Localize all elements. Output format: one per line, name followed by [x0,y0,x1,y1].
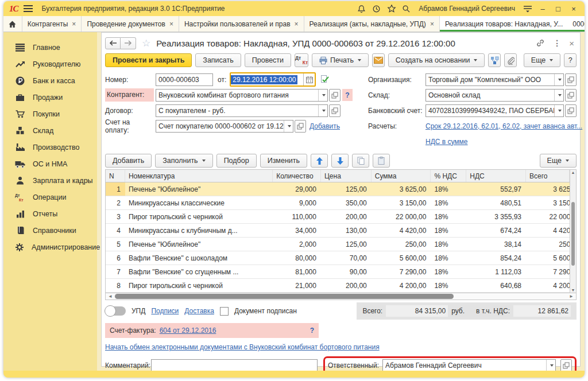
dropdown-icon[interactable] [318,105,327,116]
cell-qty[interactable]: 2,000 [273,238,321,251]
cell-name[interactable]: Печенье "Юбилейное" [125,238,273,251]
close-form-icon[interactable]: × [569,38,574,48]
post-and-close-button[interactable]: Провести и закрыть [105,53,192,67]
organization-open-button[interactable] [565,73,577,86]
history-icon[interactable] [372,4,381,14]
cell-n[interactable]: 8 [106,279,125,292]
dropdown-icon[interactable] [554,105,563,116]
contract-field[interactable]: С покупателем - руб. [156,104,328,117]
more-button[interactable]: Еще [524,53,560,67]
notifications-bell-icon[interactable] [357,4,366,14]
cell-total[interactable]: 4 420,00 [526,224,570,237]
cell-price[interactable]: 70,00 [321,251,372,265]
dropdown-icon[interactable] [554,74,563,85]
tab-document-posting[interactable]: Проведение документов× [82,16,179,32]
date-field[interactable]: 29.12.2016 12:00:00 [231,73,303,85]
contractor-open-button[interactable] [329,89,341,102]
upd-toggle[interactable] [105,306,126,316]
cell-price[interactable]: 200,00 [321,210,372,223]
move-down-button[interactable] [331,154,349,168]
favorite-star-icon[interactable]: ☆ [142,37,150,49]
minimize-button[interactable]: – [537,5,548,13]
column-header-vat[interactable]: НДС [466,170,526,182]
tab-current-document[interactable]: Реализация товаров: Накладная, У...0000-… [440,16,585,32]
contractor-help[interactable]: ? [342,89,353,101]
sidebar-item-bank-cash[interactable]: Банк и касса [3,72,97,89]
cell-n[interactable]: 1 [106,182,125,196]
cell-sum[interactable]: 4 420,00 [372,224,431,237]
tab-close-icon[interactable]: × [430,20,434,28]
organization-field[interactable]: Торговый дом "Комплексный" ООО [425,73,564,86]
cell-qty[interactable]: 29,000 [273,182,321,196]
sidebar-item-payroll-hr[interactable]: Зарплата и кадры [3,172,97,189]
horizontal-scrollbar[interactable]: ◄ ► [105,293,577,300]
cell-name[interactable]: Миникруассаны с клубничным д... [125,224,273,237]
cell-total[interactable]: 250,00 [526,238,570,251]
cell-price[interactable]: 200,00 [321,279,372,292]
more-menu-icon[interactable]: ⋮ [553,38,561,48]
cell-qty[interactable]: 80,000 [273,251,321,265]
cell-price[interactable]: 350,00 [321,196,372,209]
help-button[interactable]: ? [564,53,577,67]
vat-mode-link[interactable]: НДС в сумме [425,138,468,146]
invoice-help[interactable]: ? [310,326,314,335]
main-menu-icon[interactable] [24,4,33,14]
cell-vat_pct[interactable]: 18% [431,224,466,237]
cell-qty[interactable]: 34,000 [273,224,321,237]
tab-close-icon[interactable]: × [295,20,299,28]
cell-n[interactable]: 5 [106,238,125,251]
cell-sum[interactable]: 250,00 [372,238,431,251]
paste-rows-button[interactable] [373,154,390,168]
cell-vat[interactable]: 38,14 [466,238,526,251]
service-menu-icon[interactable] [523,4,532,14]
table-row[interactable]: 2Миникруассаны классические9,000350,003 … [106,196,576,210]
home-tab[interactable] [3,16,22,32]
contractor-field[interactable]: Внуковский комбинат бортового питания [156,89,328,102]
table-row[interactable]: 8Пирог тирольский с черникой21,000200,00… [106,279,576,293]
cell-vat_pct[interactable]: 18% [431,279,466,292]
invoice-link[interactable]: 604 от 29.12.2016 [160,326,216,335]
cell-vat_pct[interactable]: 18% [431,196,466,209]
cell-sum[interactable]: 22 000,00 [372,210,431,223]
calendar-icon[interactable] [303,73,315,85]
warehouse-field[interactable]: Основной склад [425,89,564,102]
cell-sum[interactable]: 3 625,00 [372,182,431,196]
post-button[interactable]: Провести [245,53,291,67]
responsible-open-button[interactable] [560,359,572,372]
cell-vat[interactable]: 640,68 [466,279,526,292]
close-button[interactable]: × [568,5,579,13]
cell-vat_pct[interactable]: 18% [431,210,466,223]
add-invoice-link[interactable]: Добавить [310,122,340,130]
dropdown-icon[interactable] [554,90,563,101]
cell-total[interactable]: 3 625,00 [526,182,570,196]
cell-sum[interactable]: 4 200,00 [372,279,431,292]
tab-contractors[interactable]: Контрагенты× [22,16,82,32]
cell-vat[interactable]: 552,97 [466,182,526,196]
tab-close-icon[interactable]: × [169,20,173,28]
cell-n[interactable]: 7 [106,265,125,278]
table-row[interactable]: 5Печенье "Юбилейное"2,000125,00250,0018%… [106,238,576,251]
add-row-button[interactable]: Добавить [105,154,152,168]
column-header-name[interactable]: Номенклатура [125,170,273,182]
cell-n[interactable]: 4 [106,224,125,237]
sidebar-item-directories[interactable]: Справочники [3,222,97,239]
cell-total[interactable]: 5 600,00 [526,251,570,265]
cell-name[interactable]: Вафли "Венские" со сгущенным ... [125,265,273,278]
column-header-total[interactable]: Всего [526,170,570,182]
column-header-qty[interactable]: Количество [273,170,321,182]
cell-sum[interactable]: 3 150,00 [372,196,431,209]
cell-total[interactable]: 22 000,00 [526,210,570,223]
cell-name[interactable]: Вафли "Венские" с шоколадом [125,251,273,265]
edit-button[interactable]: Изменить [260,154,307,168]
cell-total[interactable]: 3 150,00 [526,196,570,209]
forward-button[interactable] [121,37,136,49]
sidebar-item-fixed-assets[interactable]: ОС и НМА [3,155,97,172]
scrollbar-thumb[interactable] [115,294,454,299]
cell-qty[interactable]: 9,000 [273,196,321,209]
vertical-scrollbar[interactable]: ▲ ▼ [570,170,576,293]
dtkt-button[interactable]: ДтКт [295,53,308,67]
sidebar-item-sales[interactable]: Продажи [3,89,97,106]
dropdown-icon[interactable] [318,90,327,101]
save-button[interactable]: Записать [195,53,241,67]
cell-name[interactable]: Печенье "Юбилейное" [125,182,273,196]
